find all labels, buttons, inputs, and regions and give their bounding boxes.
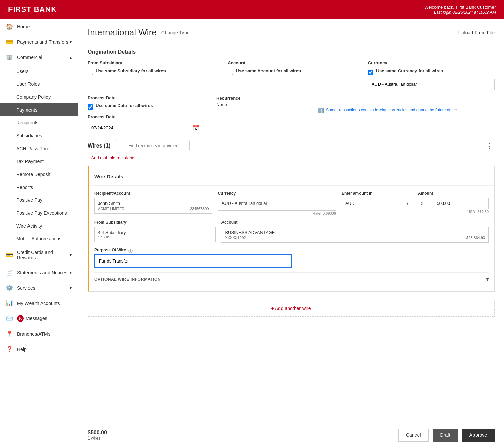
sidebar-item-positive-pay-exc[interactable]: Positive Pay Exceptions	[0, 207, 78, 219]
wires-kebab-button[interactable]: ⋮	[485, 140, 495, 151]
add-another-wire-button[interactable]: + Add another wire	[88, 300, 495, 317]
account-number: XXXXX1202	[225, 236, 246, 240]
from-subsidiary-label: From Subsidiary	[88, 60, 214, 65]
amount-input[interactable]	[426, 198, 453, 209]
chevron-down-icon-stmt: ▾	[70, 270, 72, 275]
sidebar-label-positive-pay: Positive Pay	[16, 197, 42, 203]
sidebar-item-services[interactable]: ⚙️ Services ▾	[0, 280, 78, 295]
sidebar-item-remote-deposit[interactable]: Remote Deposit	[0, 168, 78, 181]
payments-icon: 💳	[6, 39, 13, 45]
currency-checkbox-label[interactable]: Use same Currency for all wires	[376, 68, 443, 73]
wires-section: Wires (1) 🔍 ⋮ + Add multiple recipients …	[88, 140, 495, 317]
sidebar-item-reports[interactable]: Reports	[0, 181, 78, 194]
optional-wire-section[interactable]: OPTIONAL WIRE INFORMATION ▾	[94, 272, 489, 286]
sidebar-label-recipients: Recipients	[16, 120, 38, 125]
recipient-value: John Smith ACME LIMITED 1234567890	[94, 198, 212, 214]
wire-subsidiary-value: 4.4 Subsidiary ****7452	[94, 227, 216, 242]
last-login: Last login 02/26/2024 at 10:02 AM	[424, 10, 496, 15]
sidebar-item-subsidiaries[interactable]: Subsidiaries	[0, 129, 78, 142]
sidebar-item-credit-cards[interactable]: 💳 Credit Cards and Rewards ▾	[0, 245, 78, 265]
change-type-link[interactable]: Change Type	[161, 30, 190, 35]
account-name: BUSINESS ADVANTAGE	[225, 230, 485, 235]
account-col: Account Use same Account for all wires	[228, 60, 354, 76]
currency-col: Currency Use same Currency for all wires	[368, 60, 495, 90]
calendar-icon: 📅	[193, 124, 199, 131]
footer-total-amount: $500.00	[88, 430, 107, 436]
main-content: International Wire Change Type Upload Fr…	[78, 19, 504, 447]
add-multiple-recipients-link[interactable]: + Add multiple recipients	[88, 155, 495, 160]
chevron-down-icon-amount[interactable]: ▾	[403, 198, 412, 209]
recurrence-and-note-col: Recurrence None ℹ️ Some transactions con…	[216, 95, 495, 113]
process-date-row: Process Date Use same Date for all wires…	[88, 95, 495, 133]
cancel-button[interactable]: Cancel	[398, 429, 429, 442]
sidebar-label-user-roles: User Roles	[16, 81, 40, 87]
currency-checkbox[interactable]	[368, 70, 373, 75]
sidebar-item-user-roles[interactable]: User Roles	[0, 78, 78, 91]
recurrence-label: Recurrence	[216, 96, 241, 101]
purpose-input[interactable]	[94, 254, 292, 268]
amount-field: Amount $ USD: 317.30	[418, 191, 489, 214]
sidebar-label-branches: Branches/ATMs	[17, 331, 51, 337]
wire-fields-row-1: Recipient/Account John Smith ACME LIMITE…	[94, 191, 489, 215]
recipient-company: ACME LIMITED	[98, 207, 124, 211]
sidebar-label-company-policy: Company Policy	[16, 94, 51, 100]
sidebar-item-tax-payment[interactable]: Tax Payment	[0, 155, 78, 168]
purpose-label: Purpose Of Wire	[94, 248, 126, 252]
sidebar-item-mobile-auth[interactable]: Mobile Authorizations	[0, 232, 78, 245]
account-checkbox-label[interactable]: Use same Account for all wires	[236, 68, 301, 73]
sidebar-item-payments-sub[interactable]: Payments	[0, 103, 78, 116]
services-icon: ⚙️	[6, 285, 13, 291]
process-date-checkbox[interactable]	[88, 104, 93, 110]
sidebar-item-commercial[interactable]: 🏢 Commercial ▴	[0, 50, 78, 65]
dollar-sign: $	[418, 198, 426, 209]
amount-currency-select[interactable]: AUD ▾	[342, 198, 412, 209]
recipient-search-input[interactable]	[116, 140, 190, 151]
process-date-checkbox-label[interactable]: Use same Date for all wires	[96, 103, 153, 108]
sidebar-label-services: Services	[17, 285, 35, 291]
wire-card-kebab-button[interactable]: ⋮	[479, 171, 489, 182]
wire-currency-field: Currency AUD - Australlian dollar Rate: …	[218, 191, 336, 215]
from-subsidiary-checkbox-label[interactable]: Use same Subsidiary for all wires	[96, 68, 166, 73]
chevron-down-icon-cc: ▾	[70, 253, 72, 257]
welcome-info: Welcome back, First Bank Customer Last l…	[424, 5, 496, 15]
chevron-down-icon-svc: ▾	[70, 286, 72, 290]
chevron-down-icon: ▾	[70, 40, 72, 44]
usd-note: USD: 317.30	[418, 210, 489, 214]
recipient-name: John Smith	[98, 201, 209, 206]
sidebar-item-help[interactable]: ❓ Help	[0, 342, 78, 357]
draft-button[interactable]: Draft	[433, 429, 458, 442]
sidebar-item-wire-activity[interactable]: Wire Activity	[0, 219, 78, 232]
sidebar-item-users[interactable]: Users	[0, 65, 78, 78]
sidebar-item-statements[interactable]: 📄 Statements and Notices ▾	[0, 265, 78, 280]
from-subsidiary-checkbox-row: Use same Subsidiary for all wires	[88, 68, 214, 76]
wires-title: Wires (1)	[88, 143, 110, 149]
process-date-input[interactable]	[88, 122, 162, 133]
messages-icon: ✉️	[6, 315, 13, 322]
sidebar-item-positive-pay[interactable]: Positive Pay	[0, 194, 78, 207]
sidebar-item-company-policy[interactable]: Company Policy	[0, 91, 78, 103]
wealth-icon: 📊	[6, 300, 13, 306]
sidebar-item-wealth[interactable]: 📊 My Wealth Accounts	[0, 295, 78, 311]
wire-fields-row-2: From Subsidiary 4.4 Subsidiary ****7452 …	[94, 220, 489, 243]
sidebar-item-ach[interactable]: ACH Pass-Thru	[0, 142, 78, 155]
sidebar-item-home[interactable]: 🏠 Home	[0, 19, 78, 34]
help-icon-purpose[interactable]: ⓘ	[128, 248, 133, 254]
sidebar-label-subsidiaries: Subsidiaries	[16, 133, 42, 138]
from-subsidiary-checkbox[interactable]	[88, 70, 93, 75]
process-date-field-label: Process Date	[88, 114, 203, 119]
approve-button[interactable]: Approve	[462, 429, 495, 442]
sidebar-item-messages[interactable]: ✉️ 10 Messages	[0, 311, 78, 326]
process-date-checkbox-row: Use same Date for all wires	[88, 103, 203, 111]
sidebar-item-payments[interactable]: 💳 Payments and Transfers ▾	[0, 34, 78, 50]
statements-icon: 📄	[6, 269, 13, 276]
account-checkbox[interactable]	[228, 70, 233, 75]
commercial-icon: 🏢	[6, 54, 13, 60]
process-date-col: Process Date Use same Date for all wires…	[88, 95, 203, 133]
wire-currency-value[interactable]: AUD - Australlian dollar	[218, 198, 336, 211]
currency-value-input[interactable]	[368, 79, 495, 90]
sidebar-item-branches[interactable]: 📍 Branches/ATMs	[0, 326, 78, 342]
sidebar-label-reports: Reports	[16, 184, 33, 190]
upload-from-file-link[interactable]: Upload From File	[458, 30, 495, 35]
sidebar-item-recipients[interactable]: Recipients	[0, 116, 78, 129]
sidebar-label-wealth: My Wealth Accounts	[17, 300, 60, 306]
